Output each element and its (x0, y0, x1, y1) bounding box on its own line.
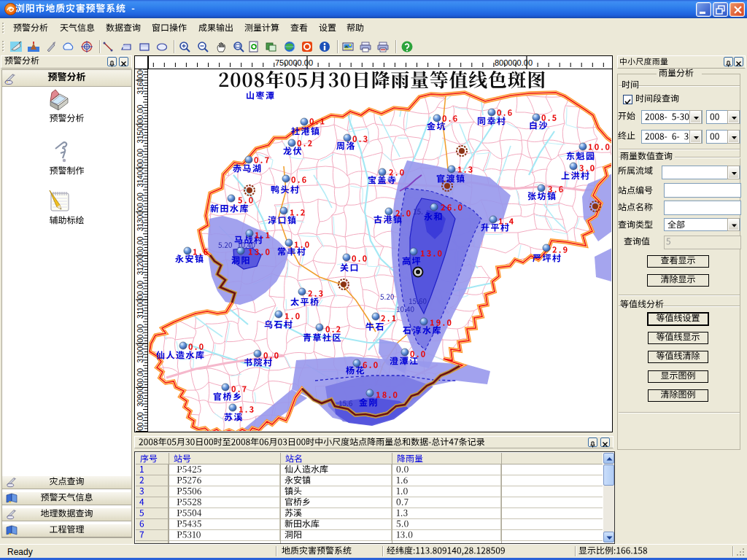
svg-text:3090000.00: 3090000.00 (136, 368, 144, 407)
svg-text:3110000.00: 3110000.00 (136, 281, 144, 319)
svg-text:3120000.00: 3120000.00 (136, 236, 144, 275)
svg-text:3130000.00: 3130000.00 (136, 192, 144, 231)
svg-text:3140000.00: 3140000.00 (136, 149, 144, 187)
svg-text:3150000.00: 3150000.00 (136, 104, 144, 143)
svg-text:3160000: 3160000 (136, 69, 144, 94)
svg-text:3080000.00: 3080000.00 (136, 412, 144, 432)
svg-text:3100000.00: 3100000.00 (136, 324, 144, 362)
